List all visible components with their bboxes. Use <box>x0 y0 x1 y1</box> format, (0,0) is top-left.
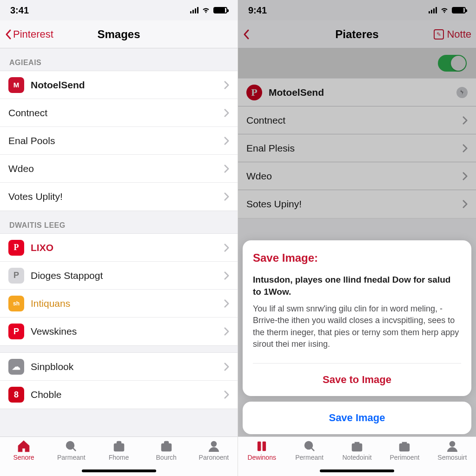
tab-bar: Dewinons Permeant Notedoinit Perimoent S… <box>238 436 476 476</box>
battery-icon <box>213 7 227 13</box>
back-button[interactable]: Pinterest <box>5 28 53 40</box>
row-label: Vewskines <box>31 326 224 337</box>
panel-right: 9:41 Piateres ✎ Notte P MotoelSend Contn… <box>238 0 476 476</box>
svg-point-9 <box>450 442 455 446</box>
svg-rect-4 <box>258 442 261 450</box>
tab-label: Semosuirt <box>437 454 467 461</box>
row-label: Contnect <box>8 107 224 119</box>
cellular-icon <box>190 7 198 13</box>
list-item[interactable]: shIntiquans <box>0 290 238 317</box>
row-label: Votes Uplity! <box>8 191 224 202</box>
sheet-subtitle: Intusdon, playes one llind fnedal Dow fo… <box>253 274 461 298</box>
app-icon: sh <box>8 296 24 311</box>
chevron-right-icon <box>224 165 229 173</box>
row-label: Intiquans <box>31 298 224 309</box>
status-indicators <box>190 5 227 16</box>
chevron-right-icon <box>224 271 229 280</box>
home-indicator[interactable] <box>320 469 394 472</box>
tab-label: Perimoent <box>390 454 420 461</box>
sheet-card: Save Image: Intusdon, playes one llind f… <box>243 240 471 396</box>
panel-left: 3:41 Pinterest Smages AGIEAIS M NotoelSe… <box>0 0 238 476</box>
briefcase-icon <box>397 440 411 453</box>
wifi-icon <box>440 5 449 16</box>
row-icon: M <box>8 77 24 93</box>
app-icon: 8 <box>8 387 24 403</box>
list-item[interactable]: Votes Uplity! <box>0 183 238 211</box>
row-label: Wdeo <box>8 163 224 174</box>
search-icon <box>303 440 317 453</box>
battery-icon <box>452 7 466 13</box>
svg-rect-1 <box>114 444 124 451</box>
section-group-1: M NotoelSend Contnect Enal Pools Wdeo Vo… <box>0 71 238 211</box>
chevron-right-icon <box>224 363 229 371</box>
row-label: LIXO <box>31 242 224 253</box>
chevron-right-icon <box>224 109 229 117</box>
svg-point-3 <box>212 442 216 446</box>
page-title: Smages <box>97 28 140 41</box>
row-label: Sinpblook <box>31 361 224 372</box>
tab-label: Dewinons <box>247 454 276 461</box>
briefcase-icon <box>112 440 126 453</box>
status-time: 3:41 <box>10 5 29 16</box>
list-item[interactable]: Wdeo <box>0 155 238 183</box>
tab-label: Bourch <box>156 454 177 461</box>
app-icon: P <box>8 240 24 256</box>
back-label: Pinterest <box>13 28 53 40</box>
row-label: NotoelSend <box>31 79 224 91</box>
tab-5[interactable]: Semosuirt <box>429 440 476 476</box>
save-to-image-button[interactable]: Save to Image <box>253 363 461 396</box>
tab-1[interactable]: Dewinons <box>238 440 285 476</box>
list-item[interactable]: ☁Sinpblook <box>0 353 238 381</box>
cellular-icon <box>429 7 437 13</box>
svg-rect-7 <box>352 444 362 451</box>
list-item[interactable]: M NotoelSend <box>0 71 238 99</box>
status-time: 9:41 <box>248 5 267 16</box>
svg-rect-8 <box>400 444 409 451</box>
list-item[interactable]: Contnect <box>0 99 238 127</box>
briefcase-icon <box>159 440 173 453</box>
tab-label: Notedoinit <box>342 454 371 461</box>
tab-bar: Senore Parmeant Fhome Bourch Paronoent <box>0 436 238 476</box>
home-indicator[interactable] <box>82 469 156 472</box>
tab-1[interactable]: Senore <box>0 440 47 476</box>
profile-icon <box>207 440 221 453</box>
row-label: Choble <box>31 389 224 400</box>
list-item[interactable]: PVewskines <box>0 317 238 345</box>
nav-bar: Pinterest Smages <box>0 20 238 48</box>
section-group-3: ☁Sinpblook 8Choble <box>0 352 238 409</box>
profile-icon <box>445 440 459 453</box>
app-icon: P <box>8 268 24 284</box>
section-header-1: AGIEAIS <box>0 48 238 71</box>
search-icon <box>64 440 78 453</box>
status-bar: 9:41 <box>238 0 476 20</box>
sheet-title: Save Image: <box>253 251 461 264</box>
sheet-body: You lif al swm snrw'ing gilu clin for in… <box>253 303 461 350</box>
briefcase-icon <box>350 440 364 453</box>
settings-list[interactable]: AGIEAIS M NotoelSend Contnect Enal Pools… <box>0 48 238 436</box>
status-indicators <box>429 5 466 16</box>
chevron-right-icon <box>224 192 229 201</box>
list-item[interactable]: Enal Pools <box>0 127 238 155</box>
list-item[interactable]: 8Choble <box>0 381 238 409</box>
tab-label: Senore <box>13 454 34 461</box>
chevron-right-icon <box>224 299 229 308</box>
wifi-icon <box>201 5 211 16</box>
status-bar: 3:41 <box>0 0 238 20</box>
tab-5[interactable]: Paronoent <box>190 440 238 476</box>
tab-label: Parmeant <box>57 454 86 461</box>
app-icon: P <box>8 324 24 339</box>
chevron-right-icon <box>224 81 229 89</box>
svg-rect-2 <box>162 444 171 451</box>
cloud-icon: ☁ <box>8 359 24 375</box>
home-icon <box>17 440 31 453</box>
save-image-button[interactable]: Save Image <box>243 402 471 434</box>
tab-label: Paronoent <box>199 454 229 461</box>
svg-point-6 <box>305 442 312 449</box>
row-label: Dioges Stappogt <box>31 270 224 281</box>
list-item[interactable]: PDioges Stappogt <box>0 262 238 290</box>
tab-label: Fhome <box>109 454 129 461</box>
chevron-right-icon <box>224 390 229 399</box>
chevron-left-icon <box>5 29 12 40</box>
list-item[interactable]: PLIXO <box>0 234 238 262</box>
svg-point-0 <box>66 442 74 449</box>
